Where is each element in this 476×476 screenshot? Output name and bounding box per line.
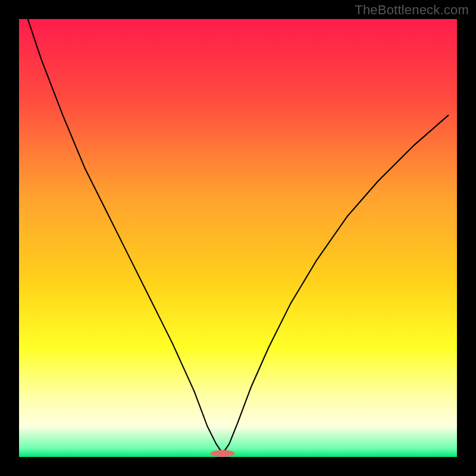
gradient-background	[19, 19, 457, 457]
plot-area	[19, 19, 457, 457]
minimum-marker	[211, 450, 235, 457]
chart-frame: TheBottleneck.com	[0, 0, 476, 476]
watermark-text: TheBottleneck.com	[355, 2, 469, 18]
chart-svg	[19, 19, 457, 457]
